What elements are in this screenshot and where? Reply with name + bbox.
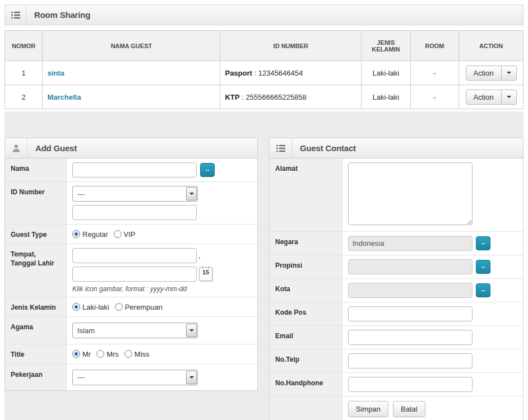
cell-jenis-kelamin: Laki-laki <box>362 61 411 85</box>
row-propinsi: Propinsi .. <box>270 255 523 279</box>
batal-button[interactable]: Batal <box>393 401 425 417</box>
ttl-comma: , <box>198 251 201 260</box>
guest-type-option-vip[interactable]: VIP <box>114 230 136 239</box>
row-pekerjaan: Pekerjaan --- <box>5 365 257 390</box>
ttl-label: Tempat, Tanggal Lahir <box>5 244 67 297</box>
col-header-nomor: NOMOR <box>5 31 43 61</box>
list-icon <box>276 144 285 152</box>
row-tempat-tanggal-lahir: Tempat, Tanggal Lahir , <box>5 244 257 297</box>
person-icon <box>12 144 21 153</box>
guest-table: NOMOR NAMA GUEST ID NUMBER JENIS KELAMIN… <box>4 30 524 109</box>
row-no-handphone: No.Handphone <box>270 373 523 396</box>
date-format-hint: Klik icon gambar, format : yyyy-mm-dd <box>72 285 252 293</box>
chevron-down-icon <box>507 96 511 98</box>
simpan-button[interactable]: Simpan <box>348 401 388 417</box>
col-header-id[interactable]: ID NUMBER <box>220 31 362 61</box>
title-option-miss[interactable]: Miss <box>124 350 150 358</box>
no-handphone-input[interactable] <box>348 377 473 392</box>
agama-select[interactable]: Islam <box>72 323 198 338</box>
action-button[interactable]: Action <box>466 66 502 81</box>
row-title: Title Mr Mrs Miss <box>5 344 257 364</box>
radio-unchecked-icon[interactable] <box>115 303 123 311</box>
radio-checked-icon[interactable] <box>72 230 80 238</box>
action-split-button: Action <box>466 90 517 105</box>
jenis-kelamin-option-laki-laki[interactable]: Laki-laki <box>72 303 109 311</box>
title-bar: Room Sharing <box>4 4 524 25</box>
form-area: Add Guest Nama .. ID Number --- <box>4 111 524 420</box>
negara-label: Negara <box>270 232 342 255</box>
col-header-room: ROOM <box>410 31 459 61</box>
row-alamat: Alamat <box>270 158 523 232</box>
propinsi-label: Propinsi <box>270 255 342 278</box>
no-telp-input[interactable] <box>348 353 473 368</box>
action-split-button: Action <box>466 66 517 81</box>
col-header-jenis[interactable]: JENIS KELAMIN <box>362 31 411 61</box>
kota-label: Kota <box>270 279 342 302</box>
nama-label: Nama <box>5 158 67 181</box>
row-no-telp: No.Telp <box>270 349 523 373</box>
radio-unchecked-icon[interactable] <box>96 350 104 358</box>
alamat-textarea[interactable] <box>348 162 473 225</box>
negara-browse-button[interactable]: .. <box>476 236 490 250</box>
id-number-value: : 255566665225858 <box>242 93 307 101</box>
id-type-select-value: --- <box>77 190 85 198</box>
alamat-label: Alamat <box>270 158 342 231</box>
guest-type-option-regular[interactable]: Regular <box>72 230 108 239</box>
negara-input <box>348 236 473 251</box>
action-dropdown-button[interactable] <box>502 66 517 81</box>
title-option-mrs[interactable]: Mrs <box>96 350 119 358</box>
email-input[interactable] <box>348 330 473 345</box>
radio-checked-icon[interactable] <box>72 350 80 358</box>
row-email: Email <box>270 326 523 349</box>
cell-room: - <box>410 61 459 85</box>
propinsi-browse-button[interactable]: .. <box>476 260 490 274</box>
pekerjaan-select[interactable]: --- <box>72 370 198 385</box>
agama-label: Agama <box>5 317 67 344</box>
col-header-action: ACTION <box>459 31 524 61</box>
chevron-down-icon <box>507 72 511 74</box>
title-option-mr[interactable]: Mr <box>72 350 91 358</box>
kode-pos-input[interactable] <box>348 306 473 321</box>
cell-jenis-kelamin: Laki-laki <box>362 85 411 109</box>
id-type-label: Pasport <box>225 69 252 77</box>
kota-browse-button[interactable]: .. <box>476 283 490 297</box>
guest-type-label: Guest Type <box>5 225 67 244</box>
nama-input[interactable] <box>72 162 197 178</box>
row-guest-type: Guest Type Regular VIP <box>5 225 257 244</box>
row-negara: Negara .. <box>270 232 523 255</box>
table-header-row: NOMOR NAMA GUEST ID NUMBER JENIS KELAMIN… <box>5 31 524 61</box>
cell-nomor: 1 <box>5 61 43 85</box>
page-title: Room Sharing <box>26 5 90 25</box>
kota-input <box>348 283 473 298</box>
propinsi-input <box>348 259 473 274</box>
nama-browse-button[interactable]: .. <box>200 163 215 177</box>
action-dropdown-button[interactable] <box>502 90 517 105</box>
radio-unchecked-icon[interactable] <box>114 230 122 238</box>
guest-contact-icon-box <box>270 138 292 158</box>
row-buttons: Simpan Batal <box>270 396 523 420</box>
agama-select-value: Islam <box>77 326 95 335</box>
chevron-down-icon <box>186 371 197 384</box>
tempat-lahir-input[interactable] <box>72 248 197 263</box>
id-number-input[interactable] <box>72 205 197 220</box>
pekerjaan-label: Pekerjaan <box>5 365 67 390</box>
action-button[interactable]: Action <box>466 90 502 105</box>
guest-name-link[interactable]: Marchella <box>47 93 81 101</box>
radio-unchecked-icon[interactable] <box>124 350 132 358</box>
calendar-icon[interactable]: 15 <box>199 267 212 281</box>
col-header-nama[interactable]: NAMA GUEST <box>43 31 220 61</box>
jenis-kelamin-label: Jenis Kelamin <box>5 297 67 316</box>
table-row: 2 Marchella KTP : 255566665225858 Laki-l… <box>5 85 524 109</box>
cell-nomor: 2 <box>5 85 43 109</box>
id-number-label: ID Number <box>5 182 67 224</box>
buttons-label-spacer <box>270 396 342 420</box>
tanggal-lahir-input[interactable] <box>72 267 197 282</box>
row-nama: Nama .. <box>5 158 257 182</box>
email-label: Email <box>270 326 342 349</box>
radio-checked-icon[interactable] <box>72 303 80 311</box>
id-type-select[interactable]: --- <box>72 186 198 202</box>
chevron-down-icon <box>186 187 197 200</box>
jenis-kelamin-option-perempuan[interactable]: Perempuan <box>115 303 163 311</box>
guest-name-link[interactable]: sinta <box>47 69 64 77</box>
guest-contact-panel: Guest Contact Alamat Negara .. Propinsi <box>269 138 524 420</box>
